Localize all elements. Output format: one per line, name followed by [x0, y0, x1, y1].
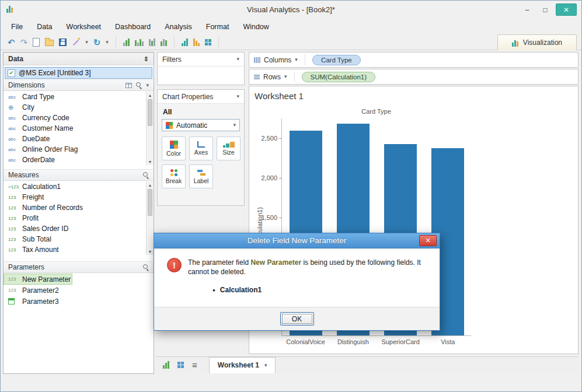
- y-tick-label: 2,000: [261, 174, 277, 181]
- grouped-chart-tool-icon[interactable]: [135, 38, 144, 46]
- chart-properties-header[interactable]: Chart Properties ▾: [158, 90, 244, 104]
- close-button[interactable]: ✕: [556, 4, 577, 16]
- menu-item-dashboard[interactable]: Dashboard: [115, 23, 151, 31]
- search-icon[interactable]: [136, 82, 142, 88]
- maximize-button[interactable]: □: [538, 4, 553, 16]
- rows-caret-icon[interactable]: ▾: [284, 74, 287, 79]
- refresh-icon[interactable]: ↻: [93, 38, 101, 47]
- dimensions-scrollbar[interactable]: ▲ ▼: [146, 92, 154, 165]
- measures-header[interactable]: Measures: [4, 169, 154, 181]
- filters-caret-icon[interactable]: ▾: [236, 57, 239, 62]
- number-icon: 123: [8, 205, 19, 211]
- redo-icon[interactable]: ↷: [20, 38, 28, 47]
- menu-item-format[interactable]: Format: [206, 23, 229, 31]
- dimension-item[interactable]: abcOnline Order Flag: [4, 144, 146, 155]
- shelf-divider: [294, 71, 295, 82]
- columns-pill[interactable]: Card Type: [312, 55, 361, 65]
- measures-scrollbar[interactable]: ▲ ▼: [146, 181, 154, 255]
- app-window: Visual Analytics - [Book2]* – □ ✕ File D…: [0, 0, 582, 392]
- menu-item-analysis[interactable]: Analysis: [165, 23, 192, 31]
- measure-item[interactable]: 123Sales Order ID: [4, 223, 146, 234]
- menu-item-file[interactable]: File: [11, 23, 23, 31]
- measure-item[interactable]: 123Sub Total: [4, 234, 146, 244]
- sort-descending-icon[interactable]: [193, 38, 200, 46]
- undo-icon[interactable]: ↶: [8, 38, 15, 47]
- axes-button-label: Axes: [194, 149, 208, 156]
- shelf-divider: [305, 54, 305, 65]
- label-button[interactable]: Label: [189, 164, 213, 188]
- columns-caret-icon[interactable]: ▾: [295, 57, 298, 62]
- filters-header[interactable]: Filters ▾: [158, 52, 244, 66]
- visualization-tab[interactable]: Visualization: [497, 34, 577, 50]
- stacked-chart-tool-icon[interactable]: [149, 38, 155, 46]
- measure-label: Sub Total: [22, 235, 51, 243]
- parameter-item[interactable]: Parameter3: [4, 296, 152, 307]
- number-icon: 123: [8, 247, 19, 253]
- size-icon: [223, 142, 235, 148]
- new-dashboard-icon[interactable]: [177, 362, 184, 368]
- scroll-down-icon[interactable]: ▼: [147, 158, 154, 165]
- parameters-header[interactable]: Parameters: [4, 261, 154, 273]
- data-source-item[interactable]: ✔ @MS Excel [Untitled 3]: [5, 67, 152, 79]
- menu-item-worksheet[interactable]: Worksheet: [67, 23, 102, 31]
- menu-item-window[interactable]: Window: [243, 23, 269, 31]
- refresh-caret-icon[interactable]: ▾: [106, 40, 109, 45]
- swap-panel-icon[interactable]: ⇕: [144, 55, 149, 63]
- data-panel-title: Data: [8, 55, 23, 63]
- dimension-label: Currency Code: [22, 114, 69, 122]
- axes-button[interactable]: Axes: [189, 136, 213, 160]
- sort-ascending-icon[interactable]: [182, 38, 188, 46]
- size-button[interactable]: Size: [217, 136, 241, 160]
- y-tick-mark: [279, 138, 282, 139]
- dimensions-header[interactable]: Dimensions ▾: [4, 79, 154, 91]
- break-button[interactable]: Break: [162, 164, 186, 188]
- dimension-item[interactable]: ⊕City: [4, 102, 146, 113]
- scroll-down-icon[interactable]: ▼: [147, 248, 154, 255]
- mark-type-dropdown[interactable]: Automatic ▾: [162, 119, 240, 131]
- table-view-icon[interactable]: [126, 83, 132, 88]
- ok-button[interactable]: OK: [280, 312, 314, 326]
- dimension-item[interactable]: abcCard Type: [4, 92, 146, 102]
- search-icon[interactable]: [143, 172, 149, 178]
- parameter-item[interactable]: 123Parameter2: [4, 285, 152, 296]
- search-icon[interactable]: [143, 264, 149, 270]
- dimension-item[interactable]: abcOrderDate: [4, 155, 146, 165]
- dimensions-caret-icon[interactable]: ▾: [146, 83, 149, 88]
- minimize-button[interactable]: –: [520, 4, 535, 16]
- new-document-icon[interactable]: [33, 38, 40, 47]
- dimension-item[interactable]: abcDueDate: [4, 134, 146, 144]
- measure-item[interactable]: 123Number of Records: [4, 202, 146, 213]
- parameter-item-selected[interactable]: 123New Parameter: [4, 274, 72, 285]
- save-icon[interactable]: [59, 38, 67, 46]
- rows-pill[interactable]: SUM(Calculation1): [302, 72, 376, 82]
- new-worksheet-icon[interactable]: [163, 361, 169, 369]
- measure-item[interactable]: 123Profit: [4, 213, 146, 223]
- checkbox-checked-icon[interactable]: ✔: [8, 69, 15, 77]
- measure-item[interactable]: 123Tax Amount: [4, 244, 146, 255]
- label-icon: [197, 169, 205, 176]
- rows-icon: [254, 75, 260, 79]
- sheet-list-icon[interactable]: ≡: [192, 360, 197, 369]
- scroll-up-icon[interactable]: ▲: [147, 181, 154, 188]
- worksheet-tab-caret-icon[interactable]: ▾: [264, 363, 267, 368]
- format-wand-icon[interactable]: [72, 38, 80, 46]
- bar-chart-tool-icon[interactable]: [123, 38, 130, 46]
- color-button[interactable]: Color: [162, 136, 186, 160]
- parameter-sheet-icon: [8, 298, 15, 304]
- dimension-item[interactable]: abcCustomer Name: [4, 123, 146, 134]
- worksheet-tab[interactable]: Worksheet 1 ▾: [209, 357, 276, 373]
- swap-axes-icon[interactable]: [205, 39, 211, 46]
- measure-item[interactable]: 123Freight: [4, 192, 146, 202]
- measure-item[interactable]: =123Calculation1: [4, 181, 146, 192]
- chart-properties-caret-icon[interactable]: ▾: [236, 94, 239, 99]
- dialog-close-button[interactable]: ✕: [419, 235, 437, 246]
- wand-caret-icon[interactable]: ▾: [85, 40, 88, 45]
- open-icon[interactable]: [45, 40, 54, 46]
- scroll-up-icon[interactable]: ▲: [147, 92, 154, 99]
- combo-chart-tool-icon[interactable]: [161, 38, 167, 46]
- dimension-item[interactable]: abcCurrency Code: [4, 113, 146, 123]
- scrollbar-thumb[interactable]: [148, 99, 152, 126]
- dimensions-title: Dimensions: [8, 81, 45, 89]
- menu-item-data[interactable]: Data: [37, 23, 52, 31]
- scrollbar-thumb[interactable]: [148, 189, 152, 216]
